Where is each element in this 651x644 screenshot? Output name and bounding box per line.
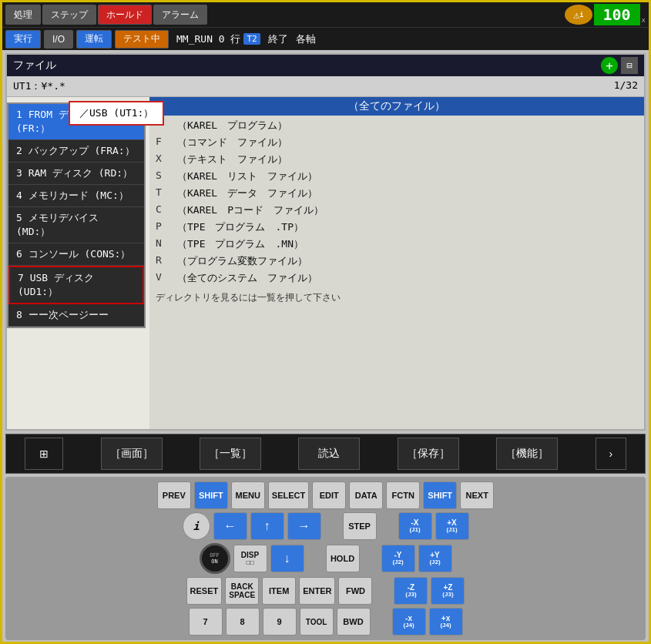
- file-list: （KAREL プログラム） F （コマンド ファイル） X （テキスト ファイル…: [149, 116, 644, 288]
- file-key: T: [156, 186, 171, 200]
- dropdown-menu: 1 FROM ディスク (FR:） 2 バックアップ (FRA:） 3 RAM …: [7, 102, 146, 328]
- key-minus-j4[interactable]: -x(J4): [392, 608, 426, 636]
- btn-process[interactable]: 処理: [5, 5, 41, 25]
- key-7[interactable]: 7: [189, 608, 223, 636]
- window-button[interactable]: ⊟: [621, 57, 638, 74]
- action-list-btn[interactable]: ［一覧］: [200, 438, 261, 470]
- list-item: T （KAREL データ ファイル）: [153, 185, 641, 202]
- key-prev[interactable]: PREV: [157, 481, 191, 509]
- key-right-arrow[interactable]: →: [287, 512, 321, 540]
- file-key: C: [156, 203, 171, 217]
- screen-area: ファイル + ⊟ UT1：¥*.* 1/32 ／USB (UT1:） 1 FRO…: [5, 53, 646, 431]
- key-power[interactable]: OFF ON: [200, 543, 230, 574]
- keyboard-row3: OFF ON DISP□□ ↓ HOLD -Y(J2) +Y(J2): [10, 543, 641, 574]
- file-type: （プログラム変数ファイル）: [177, 254, 307, 268]
- footer-note: ディレクトリを見るには一覧を押して下さい: [149, 288, 644, 307]
- key-down-arrow[interactable]: ↓: [270, 545, 304, 572]
- key-fwd[interactable]: FWD: [338, 577, 372, 605]
- file-type: （KAREL Pコード ファイル）: [177, 203, 324, 217]
- key-next[interactable]: NEXT: [460, 481, 494, 509]
- add-button[interactable]: +: [601, 57, 618, 74]
- key-bwd[interactable]: BWD: [337, 608, 371, 636]
- btn-alarm[interactable]: アラーム: [153, 5, 207, 25]
- key-shift-right[interactable]: SHIFT: [423, 481, 457, 509]
- key-plus-y[interactable]: +Y(J2): [418, 545, 452, 572]
- menu-item-5[interactable]: 5 メモリデバイス (MD:）: [8, 207, 144, 243]
- file-path-row: UT1：¥*.* 1/32: [7, 76, 644, 97]
- key-select[interactable]: SELECT: [268, 481, 309, 509]
- action-bar: ⊞ ［画面］ ［一覧］ 読込 ［保存］ ［機能］ ›: [5, 434, 646, 474]
- menu-item-2[interactable]: 2 バックアップ (FRA:）: [8, 140, 144, 163]
- key-disp[interactable]: DISP□□: [233, 545, 267, 572]
- screen-header: ファイル + ⊟: [7, 55, 644, 76]
- t2-tag: T2: [243, 33, 260, 45]
- key-reset[interactable]: RESET: [186, 577, 223, 605]
- key-menu[interactable]: MENU: [231, 481, 265, 509]
- action-screen-btn[interactable]: ［画面］: [101, 438, 163, 470]
- action-grid-btn[interactable]: ⊞: [25, 438, 63, 470]
- list-item: X （テキスト ファイル）: [153, 151, 641, 168]
- menu-item-6[interactable]: 6 コンソール (CONS:）: [8, 243, 144, 266]
- key-plus-x[interactable]: +X(J1): [435, 512, 469, 540]
- status-bar: 実行 I/O 運転 テスト中 MM_RUN 0 行 T2 終了 各軸: [2, 27, 649, 50]
- key-enter[interactable]: ENTER: [299, 577, 335, 605]
- key-minus-x[interactable]: -X(J1): [398, 512, 432, 540]
- list-item: C （KAREL Pコード ファイル）: [153, 202, 641, 219]
- list-item: P （TPE プログラム .TP）: [153, 219, 641, 236]
- key-9[interactable]: 9: [263, 608, 297, 636]
- key-plus-z[interactable]: +Z(J3): [431, 577, 465, 605]
- file-type: （KAREL データ ファイル）: [177, 186, 317, 200]
- key-hold[interactable]: HOLD: [326, 545, 360, 572]
- key-tool[interactable]: TOOL: [300, 608, 334, 636]
- key-8[interactable]: 8: [226, 608, 260, 636]
- key-left-arrow[interactable]: ←: [213, 512, 247, 540]
- btn-run[interactable]: 実行: [5, 30, 41, 49]
- controller-panel: 処理 ステップ ホールド アラーム ⚠i 100 x 実行 I/O 運転 テスト…: [0, 0, 651, 644]
- file-key: X: [156, 153, 171, 166]
- list-item: N （TPE プログラム .MN）: [153, 236, 641, 253]
- key-backspace[interactable]: BACKSPACE: [225, 577, 259, 605]
- key-up-arrow[interactable]: ↑: [250, 512, 284, 540]
- key-edit[interactable]: EDIT: [312, 481, 346, 509]
- list-item: （KAREL プログラム）: [153, 117, 641, 134]
- key-step[interactable]: STEP: [343, 512, 377, 540]
- usb-popup: ／USB (UT1:）: [69, 101, 164, 126]
- btn-io[interactable]: I/O: [44, 30, 73, 49]
- menu-item-7[interactable]: 7 USB ディスク (UD1:）: [8, 266, 144, 304]
- file-key: P: [156, 220, 171, 234]
- key-minus-y[interactable]: -Y(J2): [381, 545, 415, 572]
- key-fctn[interactable]: FCTN: [386, 481, 420, 509]
- action-next-btn[interactable]: ›: [596, 438, 626, 470]
- key-shift-left[interactable]: SHIFT: [194, 481, 228, 509]
- file-type: （TPE プログラム .MN）: [177, 237, 304, 251]
- key-data[interactable]: DATA: [349, 481, 383, 509]
- file-type: （全てのシステム ファイル）: [177, 271, 317, 285]
- keyboard-row2: i ← ↑ → STEP -X(J1) +X(J1): [10, 512, 641, 540]
- btn-test[interactable]: テスト中: [115, 30, 169, 49]
- btn-step[interactable]: ステップ: [42, 5, 96, 25]
- screen-content: 1 FROM ディスク (FR:） 2 バックアップ (FRA:） 3 RAM …: [7, 97, 644, 431]
- file-path: UT1：¥*.*: [13, 79, 65, 93]
- list-item: V （全てのシステム ファイル）: [153, 270, 641, 287]
- axes-label: 各軸: [296, 32, 316, 46]
- menu-item-8[interactable]: 8 ーー次ページーー: [8, 304, 144, 327]
- page-info: 1/32: [614, 79, 638, 93]
- right-panel: （全てのファイル） （KAREL プログラム） F （コマンド ファイル） X …: [149, 97, 644, 431]
- action-read-btn[interactable]: 読込: [298, 438, 360, 470]
- action-func-btn[interactable]: ［機能］: [496, 438, 558, 470]
- key-item[interactable]: ITEM: [262, 577, 296, 605]
- menu-item-3[interactable]: 3 RAM ディスク (RD:）: [8, 163, 144, 185]
- key-minus-z[interactable]: -Z(J3): [394, 577, 428, 605]
- list-item: S （KAREL リスト ファイル）: [153, 168, 641, 185]
- action-save-btn[interactable]: ［保存］: [398, 438, 459, 470]
- key-plus-j4[interactable]: +x(J4): [429, 608, 463, 636]
- file-type: （テキスト ファイル）: [177, 153, 287, 166]
- key-info[interactable]: i: [183, 512, 210, 540]
- grid-icon: ⊞: [39, 448, 49, 460]
- top-toolbar: 処理 ステップ ホールド アラーム ⚠i 100 x: [2, 2, 649, 27]
- btn-hold[interactable]: ホールド: [98, 5, 152, 25]
- keyboard-row5: 7 8 9 TOOL BWD -x(J4) +x(J4): [10, 608, 641, 636]
- file-type: （KAREL リスト ファイル）: [177, 169, 317, 183]
- menu-item-4[interactable]: 4 メモリカード (MC:）: [8, 185, 144, 207]
- btn-operate[interactable]: 運転: [76, 30, 112, 49]
